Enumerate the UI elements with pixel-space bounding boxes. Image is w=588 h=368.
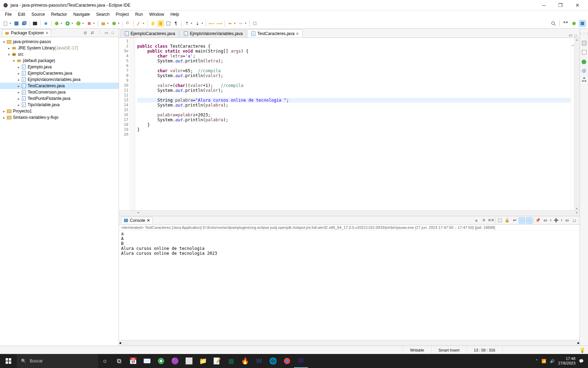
file-explorer-button[interactable]: 📁 xyxy=(196,354,210,368)
mail-app-button[interactable]: ✉️ xyxy=(140,354,154,368)
menu-project[interactable]: Project xyxy=(113,11,132,18)
tree-item[interactable]: ▸JTestPuntoFlotante.java xyxy=(0,95,119,102)
task-view-button[interactable]: ⧉ xyxy=(112,354,126,368)
link-editor-button[interactable]: ⇄ xyxy=(91,30,96,35)
new-package-button[interactable] xyxy=(100,20,107,27)
project-tree[interactable]: ▾java-primeros-pasos▸JRE System Library … xyxy=(0,37,119,346)
excel-button[interactable]: ▦ xyxy=(224,354,238,368)
tree-item[interactable]: ▸JEjmploValoresVariables.java xyxy=(0,76,119,83)
menu-help[interactable]: Help xyxy=(168,11,182,18)
menu-source[interactable]: Source xyxy=(29,11,48,18)
cortana-button[interactable]: ○ xyxy=(98,354,112,368)
horizontal-scrollbar[interactable]: ◂▸ xyxy=(119,210,580,216)
display-console-button[interactable]: ▭ xyxy=(542,217,548,224)
minimize-button[interactable]: ─ xyxy=(539,2,548,8)
notepad-button[interactable]: 📝 xyxy=(210,354,224,368)
tree-item[interactable]: ▾(default package) xyxy=(0,57,119,64)
open-type-button[interactable] xyxy=(125,20,132,27)
show-console-on-err-button[interactable] xyxy=(526,217,532,224)
expand-icon[interactable]: ▸ xyxy=(16,78,21,82)
search-button[interactable] xyxy=(135,20,142,27)
tree-item[interactable]: ▸JTestCaracteres.java xyxy=(0,83,119,89)
menu-run[interactable]: Run xyxy=(132,11,146,18)
expand-icon[interactable]: ▸ xyxy=(16,71,21,75)
dropdown-arrow-icon[interactable]: ▼ xyxy=(93,22,95,25)
open-perspective-button[interactable] xyxy=(562,20,569,27)
coverage-button[interactable] xyxy=(75,20,82,27)
app-button-1[interactable]: 🟣 xyxy=(168,354,182,368)
minimize-console-button[interactable]: ▭ xyxy=(564,217,570,224)
dropdown-arrow-icon[interactable]: ▼ xyxy=(233,22,236,25)
calendar-app-button[interactable]: 📅 xyxy=(126,354,140,368)
new-button[interactable] xyxy=(2,20,9,27)
chrome-button[interactable] xyxy=(154,354,168,368)
close-button[interactable]: ✕ xyxy=(573,2,582,8)
dropdown-arrow-icon[interactable]: ▼ xyxy=(201,22,203,25)
tray-expand-icon[interactable]: ˄ xyxy=(536,359,538,363)
debug-button[interactable] xyxy=(53,20,60,27)
tree-item[interactable]: ▸JEjemplo.java xyxy=(0,64,119,70)
editor-tab[interactable]: JEjemploCaracteres.java xyxy=(120,29,179,38)
wifi-icon[interactable]: 📶 xyxy=(541,359,546,363)
tree-item[interactable]: ▸Proyecto1 xyxy=(0,108,119,114)
tree-item[interactable]: ▸Sintaxis-variables-y-flujo xyxy=(0,114,119,121)
chrome-button-2[interactable] xyxy=(280,354,294,368)
annotation-prev-button[interactable]: ⇡ xyxy=(183,20,190,27)
volume-icon[interactable]: 🔊 xyxy=(550,359,555,363)
dropdown-arrow-icon[interactable]: ▼ xyxy=(560,219,563,222)
restore-icon[interactable]: ⋮⋮⋮ xyxy=(581,31,587,37)
app-button-2[interactable]: ⬜ xyxy=(182,354,196,368)
pin-console-button[interactable]: 📌 xyxy=(535,217,541,224)
overview-ruler[interactable] xyxy=(570,38,574,210)
back-button[interactable]: ⟸ xyxy=(208,20,215,27)
debug-perspective-button[interactable] xyxy=(570,20,578,27)
nav-forward-button[interactable]: ➡ xyxy=(237,20,244,27)
collapse-all-button[interactable]: ⊟ xyxy=(84,30,89,35)
tree-item[interactable]: ▸JTipoVariable.java xyxy=(0,102,119,108)
toggle-block-button[interactable] xyxy=(165,20,172,27)
dropdown-arrow-icon[interactable]: ▼ xyxy=(107,22,109,25)
expand-icon[interactable]: ▸ xyxy=(16,97,21,101)
show-whitespace-button[interactable]: ¶ xyxy=(173,20,180,27)
dropdown-arrow-icon[interactable]: ▼ xyxy=(9,22,12,25)
build-icon[interactable]: ⬤ xyxy=(581,58,587,64)
tree-item[interactable]: ▸JRE System Library [JavaSE-17] xyxy=(0,45,119,51)
pin-button[interactable] xyxy=(251,20,258,27)
taskbar-clock[interactable]: 17:48 27/6/2023 xyxy=(558,356,575,366)
hierarchy-icon[interactable] xyxy=(581,76,587,83)
dropdown-arrow-icon[interactable]: ▼ xyxy=(82,22,84,25)
dropdown-arrow-icon[interactable]: ▼ xyxy=(118,22,120,25)
package-explorer-tab[interactable]: Package Explorer ✕ xyxy=(2,29,51,36)
open-console-button[interactable]: ➕ xyxy=(553,217,559,224)
save-button[interactable] xyxy=(13,20,20,27)
view-menu-button[interactable]: ⋮ xyxy=(98,30,103,35)
dropdown-arrow-icon[interactable]: ▼ xyxy=(190,22,193,25)
menu-edit[interactable]: Edit xyxy=(15,11,28,18)
expand-icon[interactable]: ▸ xyxy=(16,65,21,69)
outline-icon[interactable] xyxy=(581,40,587,46)
close-icon[interactable]: ✕ xyxy=(296,32,299,36)
annotation-next-button[interactable]: ⇣ xyxy=(194,20,201,27)
maximize-view-button[interactable]: □ xyxy=(112,30,117,35)
word-wrap-button[interactable]: ↩ xyxy=(511,217,518,224)
notifications-icon[interactable]: 💬 xyxy=(579,359,584,363)
forward-button[interactable]: ⟹ xyxy=(216,20,223,27)
mentions-icon[interactable]: @ xyxy=(581,67,587,74)
code-editor[interactable]: public class TestCaracteres { public sta… xyxy=(135,38,570,210)
dropdown-arrow-icon[interactable]: ▼ xyxy=(142,22,145,25)
maximize-console-button[interactable]: □ xyxy=(571,217,578,224)
tree-item[interactable]: ▸JEjemploCaracteres.java xyxy=(0,70,119,76)
word-button[interactable]: W xyxy=(252,354,266,368)
new-class-button[interactable] xyxy=(111,20,118,27)
menu-refactor[interactable]: Refactor xyxy=(48,11,70,18)
tree-item[interactable]: ▸JTestConversion.java xyxy=(0,89,119,95)
remove-launch-button[interactable]: ✖ xyxy=(481,217,487,224)
dropdown-arrow-icon[interactable]: ▼ xyxy=(60,22,63,25)
maximize-editor-button[interactable]: □ xyxy=(574,33,577,38)
tip-icon[interactable]: 💡 xyxy=(579,347,585,353)
maximize-button[interactable]: ❐ xyxy=(555,2,566,8)
toggle-mark-button[interactable] xyxy=(149,20,156,27)
expand-icon[interactable]: ▸ xyxy=(1,116,6,120)
app-button-3[interactable]: 🔥 xyxy=(238,354,252,368)
save-all-button[interactable] xyxy=(21,20,28,27)
